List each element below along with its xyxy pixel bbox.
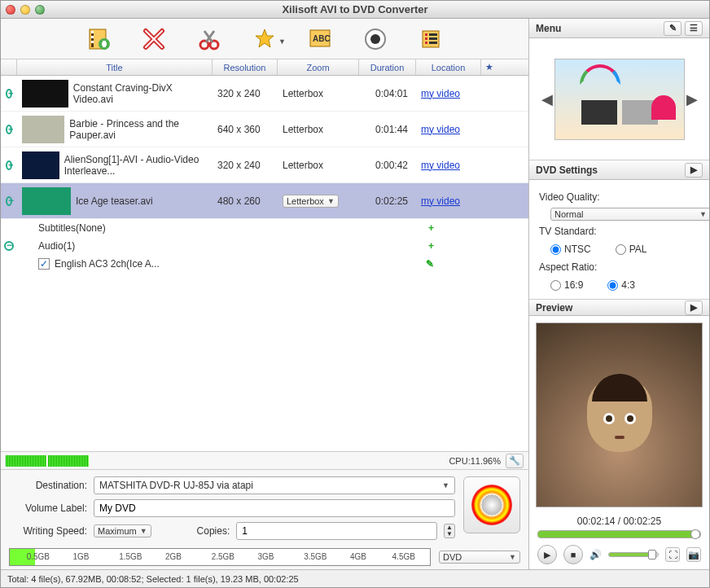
effects-button[interactable]: ▼ xyxy=(248,24,281,54)
svg-rect-18 xyxy=(425,37,427,40)
volume-label-label: Volume Label: xyxy=(9,502,87,514)
play-button[interactable]: ▶ xyxy=(537,545,557,564)
preview-header: Preview ▶ xyxy=(529,300,709,316)
svg-rect-19 xyxy=(429,37,437,40)
titlebar: Xilisoft AVI to DVD Converter xyxy=(1,1,709,19)
copies-label: Copies: xyxy=(197,525,230,537)
svg-rect-20 xyxy=(425,42,427,44)
col-star[interactable]: ★ xyxy=(481,59,497,75)
destination-select[interactable]: MATSHITA DVD-R UJ-85J via atapi▼ xyxy=(94,476,455,494)
svg-rect-16 xyxy=(425,33,427,36)
location-link[interactable]: my video xyxy=(416,192,481,210)
stop-button[interactable]: ■ xyxy=(563,545,583,564)
dvd-settings-header: DVD Settings ▶ xyxy=(529,160,709,180)
volume-label-input[interactable] xyxy=(94,499,455,517)
edit-menu-button[interactable]: ✎ xyxy=(664,21,682,36)
subtitle-button[interactable]: ABC xyxy=(304,24,336,54)
collapse-icon[interactable] xyxy=(4,241,14,251)
track-checkbox[interactable]: ✓ xyxy=(38,258,50,270)
seek-slider[interactable] xyxy=(537,530,701,538)
burn-button[interactable] xyxy=(463,476,520,533)
time-display: 00:02:14 / 00:02:25 xyxy=(529,514,709,529)
ratio-43-radio[interactable]: 4:3 xyxy=(607,279,635,291)
col-zoom[interactable]: Zoom xyxy=(278,59,359,75)
cut-button[interactable] xyxy=(193,24,226,54)
expand-preview-icon[interactable]: ▶ xyxy=(685,301,703,315)
status-bar: Total: 4 file(s), 67.92MB, 00:08:52; Sel… xyxy=(1,569,709,587)
tv-standard-label: TV Standard: xyxy=(539,226,699,237)
svg-rect-4 xyxy=(91,41,94,43)
col-duration[interactable]: Duration xyxy=(359,59,416,75)
table-row[interactable]: Constant Craving-DivX Video.avi 320 x 24… xyxy=(1,76,528,112)
location-link[interactable]: my video xyxy=(416,85,481,103)
copies-down[interactable]: ▼ xyxy=(445,531,454,538)
cpu-bar: CPU:11.96% 🔧 xyxy=(1,451,528,469)
table-row-selected[interactable]: Ice Age teaser.avi 480 x 260 Letterbox▼ … xyxy=(1,183,528,219)
writing-speed-select[interactable]: Maximum▼ xyxy=(94,524,151,538)
menu-thumbnail[interactable] xyxy=(554,59,685,140)
destination-label: Destination: xyxy=(9,480,87,491)
add-subtitle-icon[interactable]: + xyxy=(428,222,434,234)
video-quality-label: Video Quality: xyxy=(539,191,699,203)
svg-rect-3 xyxy=(91,36,94,38)
toolbar: ▼ ABC xyxy=(1,19,528,59)
table-row[interactable]: AlienSong[1]-AVI - Audio-Video Interleav… xyxy=(1,147,528,183)
col-resolution[interactable]: Resolution xyxy=(213,59,278,75)
menu-next-arrow[interactable]: ▶ xyxy=(685,90,699,108)
video-quality-select[interactable]: Normal▼ xyxy=(550,208,709,221)
row-title: AlienSong[1]-AVI - Audio-Video Interleav… xyxy=(64,154,208,177)
svg-point-14 xyxy=(370,34,380,44)
add-audio-icon[interactable]: + xyxy=(428,240,434,252)
svg-rect-7 xyxy=(103,41,106,47)
col-title[interactable]: Title xyxy=(17,59,213,75)
volume-slider[interactable] xyxy=(608,552,659,557)
subtitles-row[interactable]: Subtitles(None) + xyxy=(1,219,528,237)
svg-marker-10 xyxy=(256,29,274,47)
audio-row[interactable]: Audio(1) + xyxy=(1,237,528,255)
edit-track-icon[interactable]: ✎ xyxy=(426,258,434,270)
svg-rect-17 xyxy=(429,33,437,36)
snapshot-icon[interactable]: 📷 xyxy=(686,547,701,562)
expand-icon[interactable] xyxy=(6,160,12,170)
row-title: Barbie - Princess and the Pauper.avi xyxy=(69,118,208,141)
svg-rect-2 xyxy=(91,31,94,33)
copies-input[interactable] xyxy=(236,522,437,540)
col-location[interactable]: Location xyxy=(416,59,481,75)
volume-icon[interactable]: 🔊 xyxy=(589,549,602,560)
aspect-ratio-label: Aspect Ratio: xyxy=(539,261,699,273)
audio-track-row[interactable]: ✓ English AC3 2ch(Ice A... ✎ xyxy=(1,255,528,273)
menu-list-button[interactable]: ☰ xyxy=(685,21,703,36)
add-file-button[interactable] xyxy=(82,24,115,54)
svg-rect-21 xyxy=(429,42,437,44)
ntsc-radio[interactable]: NTSC xyxy=(550,244,591,255)
column-headers: Title Resolution Zoom Duration Location … xyxy=(1,59,528,76)
size-gauge: 0.5GB 1GB 1.5GB 2GB 2.5GB 3GB 3.5GB 4GB … xyxy=(9,548,431,566)
row-title: Ice Age teaser.avi xyxy=(76,195,153,207)
collapse-icon[interactable] xyxy=(6,196,12,206)
list-button[interactable] xyxy=(414,24,447,54)
writing-speed-label: Writing Speed: xyxy=(9,525,87,537)
disc-type-select[interactable]: DVD▼ xyxy=(439,551,520,564)
expand-icon[interactable] xyxy=(6,89,12,99)
settings-icon[interactable]: 🔧 xyxy=(506,454,524,468)
menu-prev-arrow[interactable]: ◀ xyxy=(540,90,554,108)
row-title: Constant Craving-DivX Video.avi xyxy=(73,82,208,105)
location-link[interactable]: my video xyxy=(416,121,481,138)
window-title: Xilisoft AVI to DVD Converter xyxy=(1,3,709,15)
svg-text:ABC: ABC xyxy=(313,34,331,43)
preview-video[interactable] xyxy=(536,323,703,507)
table-row[interactable]: Barbie - Princess and the Pauper.avi 640… xyxy=(1,112,528,147)
expand-icon[interactable] xyxy=(6,125,12,134)
zoom-select[interactable]: Letterbox▼ xyxy=(283,195,339,208)
pal-radio[interactable]: PAL xyxy=(616,244,647,255)
location-link[interactable]: my video xyxy=(416,156,481,174)
menu-panel-header: Menu ✎ ☰ xyxy=(529,19,709,38)
cpu-label: CPU:11.96% xyxy=(449,456,501,466)
fullscreen-icon[interactable]: ⛶ xyxy=(665,547,680,562)
expand-settings-icon[interactable]: ▶ xyxy=(685,163,703,178)
ratio-169-radio[interactable]: 16:9 xyxy=(550,279,583,291)
delete-button[interactable] xyxy=(138,24,170,54)
record-button[interactable] xyxy=(359,24,392,54)
